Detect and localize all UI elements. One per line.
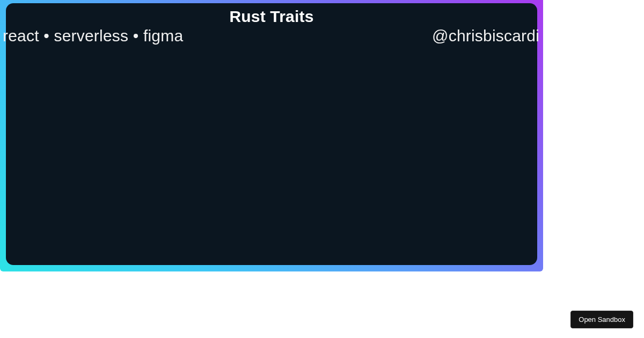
open-sandbox-button[interactable]: Open Sandbox (570, 311, 633, 328)
card-tags: react • serverless • figma (3, 27, 183, 45)
gradient-frame: Rust Traits react • serverless • figma @… (0, 0, 543, 271)
card-meta-row: react • serverless • figma @chrisbiscard… (6, 26, 537, 45)
card-handle: @chrisbiscardi (432, 27, 539, 45)
opengraph-card: Rust Traits react • serverless • figma @… (6, 3, 537, 265)
card-title: Rust Traits (6, 3, 537, 26)
